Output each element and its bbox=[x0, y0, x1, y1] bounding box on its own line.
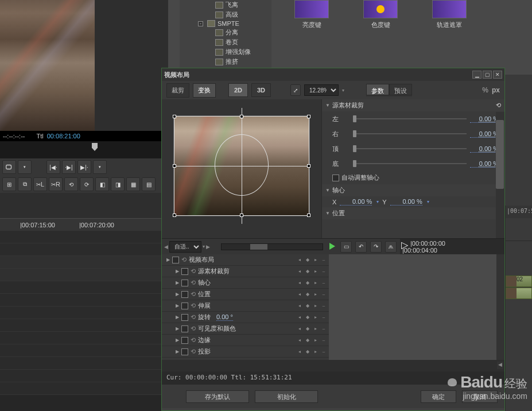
kf-add-icon[interactable]: ◆ bbox=[305, 349, 310, 355]
section-axis[interactable]: ▼轴心⟲ bbox=[322, 184, 504, 196]
loop-toggle[interactable]: ▭ bbox=[340, 241, 352, 253]
kf-add-icon[interactable]: ◆ bbox=[305, 280, 310, 286]
prop-reset-icon[interactable]: ⟲ bbox=[191, 267, 196, 275]
kf-next-icon[interactable]: ▸ bbox=[313, 303, 319, 309]
cut-right-button[interactable]: ✂R bbox=[49, 177, 63, 191]
kf-vscroll[interactable] bbox=[496, 254, 504, 360]
axis-x-value[interactable]: 0.00 % bbox=[340, 198, 372, 206]
effects-tree[interactable]: 飞离 高级 -SMPTE 分离 卷页 增强划像 推挤 旋转划像 bbox=[180, 0, 271, 76]
close-button[interactable]: ✕ bbox=[493, 71, 502, 79]
param-slider[interactable] bbox=[353, 133, 467, 134]
kf-del-icon[interactable]: – bbox=[321, 326, 327, 332]
save-default-button[interactable]: 存为默认 bbox=[186, 390, 249, 403]
tool-e-button[interactable]: ▦ bbox=[126, 177, 140, 191]
reset-button[interactable]: 初始化 bbox=[255, 390, 318, 403]
param-value[interactable]: 0.00 % bbox=[470, 130, 499, 138]
tree-item[interactable]: 增强划像 bbox=[180, 47, 271, 57]
prop-reset-icon[interactable]: ⟲ bbox=[191, 279, 196, 286]
fit-button[interactable]: ⤢ bbox=[290, 84, 301, 96]
prop-reset-icon[interactable]: ⟲ bbox=[191, 325, 196, 332]
prop-row[interactable]: ▶ ⟲ 位置 ◂ ◆ ▸ – bbox=[162, 289, 329, 300]
zoom-select[interactable]: 12.28% bbox=[304, 84, 339, 96]
playhead-icon[interactable]: ▷ bbox=[401, 239, 408, 250]
kf-del-icon[interactable]: – bbox=[321, 280, 327, 286]
tree-item[interactable]: 分离 bbox=[180, 28, 271, 37]
kf-prev-icon[interactable]: ◂ bbox=[297, 257, 302, 263]
tab-parameters[interactable]: 参数 bbox=[366, 84, 389, 95]
prop-enable-checkbox[interactable] bbox=[181, 325, 188, 332]
prop-reset-icon[interactable]: ⟲ bbox=[181, 256, 187, 263]
handle-ml[interactable] bbox=[173, 164, 176, 168]
kf-next-icon[interactable]: ▸ bbox=[313, 280, 319, 286]
kf-prev-icon[interactable]: ◂ bbox=[297, 338, 302, 343]
tree-item[interactable]: 卷页 bbox=[180, 37, 271, 47]
timeline-clip[interactable]: 02 bbox=[506, 276, 532, 287]
param-value[interactable]: 0.00 % bbox=[470, 145, 499, 153]
kf-next-icon[interactable]: ▸ bbox=[313, 349, 319, 355]
prop-value[interactable]: 0.00 ° bbox=[216, 313, 233, 321]
prop-row[interactable]: ▶ ⟲ 边缘 ◂ ◆ ▸ – bbox=[162, 335, 329, 346]
scroll-left-icon[interactable]: ◀ bbox=[497, 362, 503, 369]
tab-crop[interactable]: 裁剪 bbox=[166, 83, 189, 98]
tool-a-button[interactable]: ⟲ bbox=[64, 177, 78, 191]
cut-left-button[interactable]: ✂L bbox=[33, 177, 47, 191]
tool-f-button[interactable]: ▤ bbox=[142, 177, 156, 191]
mode-2d-button[interactable]: 2D bbox=[228, 83, 248, 97]
param-value[interactable]: 0.00 % bbox=[470, 160, 499, 168]
kf-prev-icon[interactable]: ◂ bbox=[297, 326, 302, 332]
prop-reset-icon[interactable]: ⟲ bbox=[191, 290, 196, 298]
kf-next-icon[interactable]: ▸ bbox=[313, 257, 319, 263]
kf-next-icon[interactable]: ▶ bbox=[206, 244, 210, 250]
kf-del-icon[interactable]: – bbox=[321, 349, 327, 355]
fx-thumb-chromakey[interactable]: 色度键 bbox=[360, 0, 401, 29]
kf-add-icon[interactable]: ◆ bbox=[305, 326, 310, 332]
prop-enable-checkbox[interactable] bbox=[181, 314, 188, 321]
tree-item[interactable]: 飞离 bbox=[180, 0, 271, 10]
handle-tl[interactable] bbox=[173, 115, 176, 118]
prop-row[interactable]: ▶ ⟲ 旋转 0.00 ° ◂ ◆ ▸ – bbox=[162, 312, 329, 323]
handle-bm[interactable] bbox=[240, 214, 243, 217]
tree-folder-smpte[interactable]: -SMPTE bbox=[180, 20, 271, 28]
kf-prev-icon[interactable]: ◂ bbox=[297, 349, 302, 355]
tab-presets[interactable]: 预设 bbox=[389, 84, 412, 95]
kf-hscroll-bottom[interactable]: ◀ bbox=[162, 360, 504, 371]
kf-add-icon[interactable]: ◆ bbox=[305, 269, 310, 274]
keyframe-track-area[interactable] bbox=[329, 254, 504, 360]
kf-add-icon[interactable]: ◆ bbox=[305, 303, 310, 309]
undo-kf-button[interactable]: ↶ bbox=[355, 241, 367, 253]
kf-prev-icon[interactable]: ◂ bbox=[297, 303, 302, 309]
insert-button[interactable]: ⊞ bbox=[2, 177, 16, 191]
play-button[interactable] bbox=[328, 242, 337, 252]
prop-row[interactable]: ▶ ⟲ 源素材裁剪 ◂ ◆ ▸ – bbox=[162, 266, 329, 277]
maximize-button[interactable]: ▢ bbox=[483, 71, 492, 79]
param-slider[interactable] bbox=[353, 163, 467, 164]
param-slider[interactable] bbox=[353, 148, 467, 149]
prop-enable-checkbox[interactable] bbox=[181, 337, 188, 344]
kf-del-icon[interactable]: – bbox=[321, 292, 327, 297]
prop-enable-checkbox[interactable] bbox=[181, 303, 188, 309]
prop-reset-icon[interactable]: ⟲ bbox=[191, 336, 196, 344]
prop-reset-icon[interactable]: ⟲ bbox=[191, 348, 196, 355]
section-source-crop[interactable]: ▼源素材裁剪⟲ bbox=[322, 99, 504, 111]
kf-next-icon[interactable]: ▸ bbox=[313, 292, 319, 297]
prop-row[interactable]: ▶ ⟲ 投影 ◂ ◆ ▸ – bbox=[162, 346, 329, 358]
kf-prev-icon[interactable]: ◂ bbox=[297, 315, 302, 320]
kf-next-icon[interactable]: ▸ bbox=[313, 338, 319, 343]
dropdown-caret-2[interactable]: ▾ bbox=[93, 160, 107, 174]
tab-transform[interactable]: 变换 bbox=[193, 83, 216, 98]
prop-row[interactable]: ▶ ⟲ 可见度和颜色 ◂ ◆ ▸ – bbox=[162, 323, 329, 335]
kf-next-icon[interactable]: ▸ bbox=[313, 315, 319, 320]
kf-prev-icon[interactable]: ◀ bbox=[164, 244, 168, 250]
fx-thumb-lumakey[interactable]: 亮度键 bbox=[292, 0, 332, 29]
scrub-playhead[interactable] bbox=[92, 143, 98, 151]
kf-add-icon[interactable]: ◆ bbox=[305, 315, 310, 320]
fx-thumb-trackmatte[interactable]: 轨道遮罩 bbox=[429, 0, 469, 29]
kf-prev-icon[interactable]: ◂ bbox=[297, 292, 302, 297]
timeline-clip-2[interactable] bbox=[506, 288, 532, 299]
tree-item[interactable]: 高级 bbox=[180, 10, 271, 20]
mark-in-button[interactable]: |◀· bbox=[46, 160, 60, 174]
kf-hscroll[interactable] bbox=[221, 243, 323, 250]
prop-row[interactable]: ▶ ⟲ 轴心 ◂ ◆ ▸ – bbox=[162, 277, 329, 289]
tool-c-button[interactable]: ◧ bbox=[95, 177, 109, 191]
go-in-button[interactable]: ▶|· bbox=[77, 160, 91, 174]
